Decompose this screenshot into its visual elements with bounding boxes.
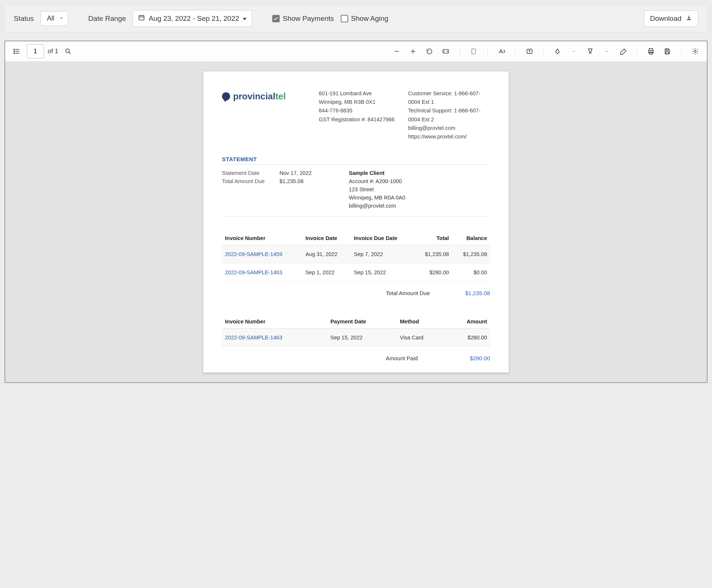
checkbox-checked-icon <box>272 15 280 22</box>
svg-rect-0 <box>139 16 144 20</box>
show-aging-checkbox[interactable]: Show Aging <box>341 15 388 23</box>
table-row: 2022-09-SAMPLE-1463 Sep 1, 2022 Sep 15, … <box>222 263 490 282</box>
zoom-out-icon[interactable] <box>390 45 403 58</box>
svg-point-6 <box>14 49 15 50</box>
table-row: 2022-09-SAMPLE-1463 Sep 15, 2022 Visa Ca… <box>222 329 490 347</box>
invoice-link[interactable]: 2022-09-SAMPLE-1463 <box>225 335 282 341</box>
filter-bar: Status All Date Range Aug 23, 2022 - Sep… <box>4 4 708 32</box>
svg-rect-5 <box>687 19 691 20</box>
download-label: Download <box>650 15 682 23</box>
invoice-link[interactable]: 2022-09-SAMPLE-1459 <box>225 251 282 257</box>
draw-tool-icon[interactable] <box>551 45 564 58</box>
outline-icon[interactable] <box>10 45 23 58</box>
col-invoice-number: Invoice Number <box>222 315 327 329</box>
caret-down-icon <box>243 15 247 23</box>
document-page: provincialtel 601-191 Lombard Ave Winnip… <box>203 71 509 373</box>
page-number-input[interactable] <box>27 44 44 58</box>
statement-title: STATEMENT <box>222 156 490 162</box>
svg-rect-29 <box>666 49 668 50</box>
chevron-down-icon[interactable] <box>568 45 580 58</box>
invoice-link[interactable]: 2022-09-SAMPLE-1463 <box>225 269 282 275</box>
client-info: Sample Client Account #: A200-1000 123 S… <box>349 170 406 211</box>
statement-meta-values: Nov 17, 2022 $1,235.08 <box>279 170 311 211</box>
show-payments-checkbox[interactable]: Show Payments <box>272 15 334 23</box>
read-aloud-icon[interactable] <box>495 45 508 58</box>
svg-line-13 <box>69 52 71 54</box>
status-value: All <box>47 15 54 22</box>
bubble-icon <box>222 92 230 100</box>
svg-marker-4 <box>243 18 247 20</box>
chevron-down-icon <box>59 15 64 22</box>
col-payment-date: Payment Date <box>327 315 397 329</box>
amount-paid-row: Amount Paid $280.00 <box>222 355 490 361</box>
date-range-value: Aug 23, 2022 - Sep 21, 2022 <box>149 15 239 23</box>
statement-meta-labels: Statement Date Total Amount Due <box>222 170 264 211</box>
save-icon[interactable] <box>661 45 674 58</box>
col-invoice-due: Invoice Due Date <box>351 231 414 245</box>
svg-point-8 <box>14 51 15 52</box>
download-button[interactable]: Download <box>644 10 699 27</box>
page-total: of 1 <box>48 48 58 55</box>
company-address: 601-191 Lombard Ave Winnipeg, MB R3B 0X1… <box>319 89 401 141</box>
col-balance: Balance <box>452 231 490 245</box>
company-contact: Customer Service: 1-866-607-0004 Ext 1 T… <box>408 89 490 141</box>
col-invoice-date: Invoice Date <box>302 231 351 245</box>
show-payments-label: Show Payments <box>283 15 334 23</box>
download-icon <box>686 15 692 23</box>
payments-table: Invoice Number Payment Date Method Amoun… <box>222 315 490 347</box>
col-total: Total <box>414 231 452 245</box>
viewer-toolbar: of 1 <box>5 41 707 62</box>
total-amount-due-row: Total Amount Due $1,235.08 <box>222 290 490 296</box>
zoom-in-icon[interactable] <box>407 45 419 58</box>
date-range-picker[interactable]: Aug 23, 2022 - Sep 21, 2022 <box>133 10 252 27</box>
status-select[interactable]: All <box>41 11 68 26</box>
gear-icon[interactable] <box>689 45 702 58</box>
status-label: Status <box>14 15 34 23</box>
text-tool-icon[interactable] <box>523 45 536 58</box>
page-area: provincialtel 601-191 Lombard Ave Winnip… <box>5 62 707 382</box>
erase-icon[interactable] <box>617 45 629 58</box>
svg-rect-30 <box>666 52 669 54</box>
svg-point-12 <box>66 49 70 52</box>
company-logo: provincialtel <box>222 89 311 103</box>
checkbox-unchecked-icon <box>341 15 348 22</box>
col-invoice-number: Invoice Number <box>222 231 302 245</box>
fit-width-icon[interactable] <box>439 45 452 58</box>
col-method: Method <box>397 315 446 329</box>
calendar-icon <box>138 14 145 23</box>
chevron-down-icon[interactable] <box>600 45 613 58</box>
col-amount: Amount <box>446 315 490 329</box>
print-icon[interactable] <box>645 45 657 58</box>
search-icon[interactable] <box>62 45 74 58</box>
invoices-table: Invoice Number Invoice Date Invoice Due … <box>222 231 490 282</box>
highlight-tool-icon[interactable] <box>584 45 597 58</box>
date-range-label: Date Range <box>88 15 126 23</box>
svg-rect-18 <box>472 49 476 54</box>
table-row: 2022-09-SAMPLE-1459 Aug 31, 2022 Sep 7, … <box>222 245 490 263</box>
show-aging-label: Show Aging <box>351 15 388 23</box>
svg-point-31 <box>694 51 696 52</box>
rotate-icon[interactable] <box>423 45 436 58</box>
page-layout-icon[interactable] <box>467 45 480 58</box>
pdf-viewer: of 1 <box>4 41 708 383</box>
svg-point-10 <box>14 53 15 54</box>
